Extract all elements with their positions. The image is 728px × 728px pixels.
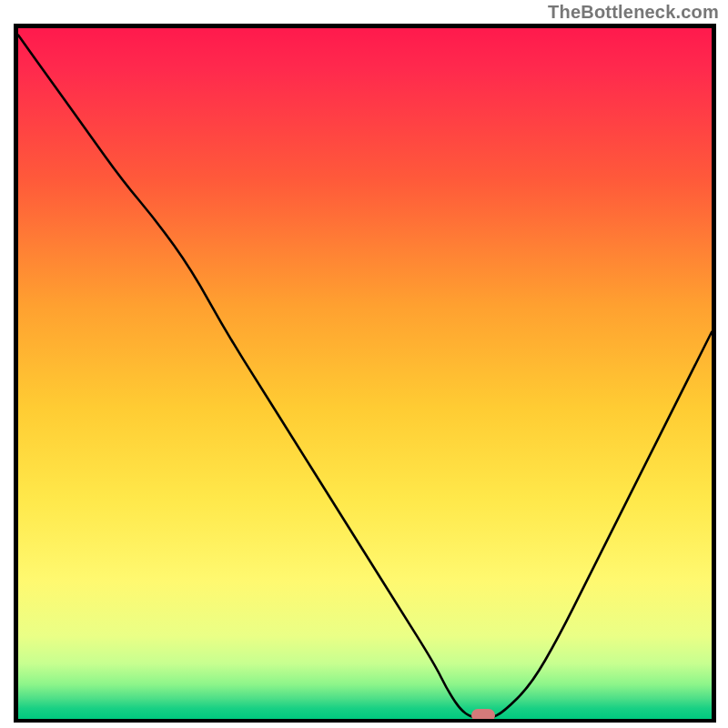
- bottleneck-curve: [18, 28, 712, 719]
- optimal-point-marker: [471, 709, 495, 722]
- watermark-label: TheBottleneck.com: [548, 2, 719, 23]
- chart-container: TheBottleneck.com: [0, 0, 728, 728]
- plot-area: [14, 24, 716, 723]
